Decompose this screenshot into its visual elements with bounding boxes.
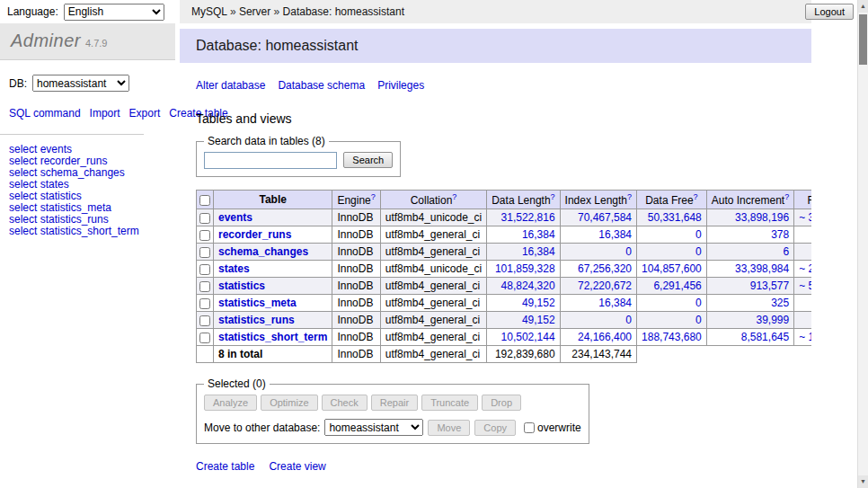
data-length-link[interactable]: 49,152 (522, 297, 555, 309)
table-name-link[interactable]: schema_changes (218, 245, 308, 258)
row-checkbox[interactable] (199, 298, 210, 309)
data-free-link[interactable]: 0 (695, 314, 702, 326)
table-name-link[interactable]: events (218, 211, 252, 224)
data-length-link[interactable]: 31,522,816 (501, 211, 555, 224)
truncate-button[interactable]: Truncate (421, 395, 478, 411)
row-checkbox[interactable] (199, 213, 210, 224)
language-select[interactable]: English (64, 4, 164, 21)
auto-increment-link[interactable]: 378 (771, 228, 789, 241)
table-row: recorder_runsInnoDButf8mb4_general_ci16,… (197, 226, 812, 244)
data-free-link[interactable]: 188,743,680 (642, 331, 702, 343)
scrollbar-thumb[interactable] (859, 14, 867, 65)
repair-button[interactable]: Repair (371, 395, 418, 411)
help-icon[interactable]: ? (371, 192, 376, 201)
scroll-down-icon[interactable]: ▼ (858, 475, 868, 488)
analyze-button[interactable]: Analyze (204, 395, 257, 411)
row-checkbox[interactable] (199, 315, 210, 326)
auto-increment-link[interactable]: 33,398,984 (735, 262, 789, 275)
move-db-select[interactable]: homeassistant (324, 419, 423, 436)
breadcrumb-link[interactable]: Server (239, 5, 270, 18)
create-link[interactable]: Create table (196, 460, 254, 473)
column-header-collation: Collation? (380, 191, 486, 209)
index-length-link[interactable]: 16,384 (598, 228, 632, 241)
rows-link[interactable]: ~ 299,833 (799, 262, 811, 275)
page-title: Database: homeassistant (180, 29, 811, 63)
move-button[interactable]: Move (428, 420, 470, 436)
db-action-link[interactable]: Alter database (196, 79, 265, 92)
data-length-link[interactable]: 101,859,328 (495, 262, 555, 275)
row-checkbox[interactable] (199, 281, 210, 292)
help-icon[interactable]: ? (694, 192, 698, 201)
index-length-link[interactable]: 0 (625, 314, 632, 326)
index-length-link[interactable]: 24,166,400 (578, 331, 632, 343)
select-all-checkbox[interactable] (199, 195, 210, 206)
table-name-link[interactable]: statistics_meta (218, 297, 297, 309)
data-length-link[interactable]: 48,824,320 (501, 279, 555, 292)
auto-increment-link[interactable]: 33,898,196 (735, 211, 789, 224)
sidebar-command-link[interactable]: Import (90, 107, 120, 120)
adminer-logo[interactable]: Adminer (11, 31, 81, 50)
rows-link[interactable]: ~ 312,180 (799, 211, 811, 224)
auto-increment-link[interactable]: 913,577 (750, 279, 789, 292)
sidebar-command-link[interactable]: Export (129, 107, 161, 120)
data-length-link[interactable]: 16,384 (522, 228, 555, 241)
auto-increment-link[interactable]: 325 (771, 297, 789, 309)
table-name-link[interactable]: statistics (218, 279, 265, 292)
data-free-link[interactable]: 0 (695, 297, 702, 309)
move-label: Move to other database: (204, 421, 320, 434)
rows-link[interactable]: ~ 569,159 (799, 279, 811, 292)
create-link[interactable]: Create view (269, 460, 325, 473)
help-icon[interactable]: ? (784, 192, 789, 201)
table-name-link[interactable]: statistics_runs (218, 314, 295, 326)
db-action-link[interactable]: Database schema (278, 79, 365, 92)
sidebar-table-link[interactable]: select statistics_short_term (9, 226, 166, 237)
index-length-link[interactable]: 16,384 (598, 297, 632, 309)
sidebar-command-link[interactable]: SQL command (9, 107, 81, 120)
help-icon[interactable]: ? (627, 192, 632, 201)
row-checkbox[interactable] (199, 333, 210, 343)
rows-link[interactable]: ~ 136,108 (799, 331, 811, 343)
index-length-link[interactable]: 0 (625, 245, 632, 258)
data-length-link[interactable]: 16,384 (522, 245, 555, 258)
drop-button[interactable]: Drop (482, 395, 521, 411)
auto-increment-link[interactable]: 39,999 (756, 314, 789, 326)
row-checkbox[interactable] (199, 264, 210, 275)
index-length-link[interactable]: 72,220,672 (578, 279, 632, 292)
search-legend: Search data in tables (8) (204, 135, 329, 147)
index-length-link[interactable]: 67,256,320 (578, 262, 632, 275)
db-select[interactable]: homeassistant (32, 75, 129, 92)
data-free-link[interactable]: 6,291,456 (653, 279, 701, 292)
data-length-link[interactable]: 49,152 (522, 314, 555, 326)
logout-button[interactable]: Logout (805, 4, 854, 20)
check-button[interactable]: Check (322, 395, 368, 411)
data-free-link[interactable]: 50,331,648 (648, 211, 702, 224)
data-free-link[interactable]: 104,857,600 (642, 262, 702, 275)
table-name-link[interactable]: statistics_short_term (218, 331, 327, 343)
auto-increment-link[interactable]: 8,581,645 (741, 331, 789, 343)
copy-button[interactable]: Copy (474, 420, 516, 436)
table-name-link[interactable]: states (218, 262, 250, 275)
data-length-link[interactable]: 10,502,144 (501, 331, 555, 343)
auto-increment-link[interactable]: 6 (783, 245, 789, 258)
data-free-link[interactable]: 0 (695, 245, 702, 258)
overwrite-checkbox[interactable] (524, 422, 535, 433)
breadcrumb-link[interactable]: MySQL (191, 5, 227, 18)
optimize-button[interactable]: Optimize (261, 395, 317, 411)
vertical-scrollbar[interactable]: ▲ ▼ (857, 0, 868, 488)
search-button[interactable]: Search (343, 152, 393, 168)
overwrite-option[interactable]: overwrite (524, 421, 581, 434)
table-name-link[interactable]: recorder_runs (218, 228, 291, 241)
row-checkbox[interactable] (199, 230, 210, 241)
data-free-link[interactable]: 0 (695, 228, 702, 241)
help-icon[interactable]: ? (452, 192, 456, 201)
column-header-auto-increment: Auto Increment? (706, 191, 793, 209)
scroll-up-icon[interactable]: ▲ (858, 0, 868, 13)
db-action-link[interactable]: Privileges (377, 79, 424, 92)
adminer-brand-box: Adminer4.7.9 (0, 23, 175, 60)
help-icon[interactable]: ? (551, 192, 555, 201)
row-checkbox[interactable] (199, 247, 210, 258)
index-length-link[interactable]: 70,467,584 (578, 211, 632, 224)
search-input[interactable] (204, 152, 337, 169)
total-data-length: 192,839,680 (487, 346, 560, 363)
table-row: statistics_metaInnoDButf8mb4_general_ci4… (197, 295, 812, 312)
